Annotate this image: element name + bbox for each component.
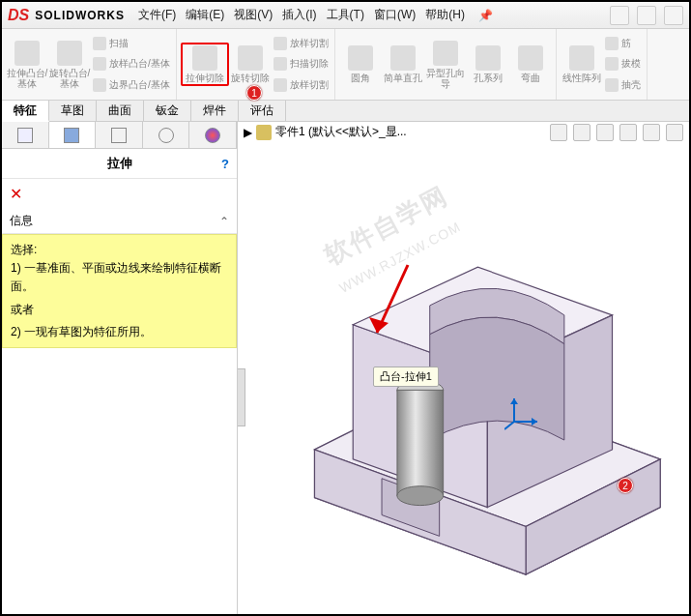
sweep-button[interactable]: 扫描	[93, 37, 170, 50]
rib-button[interactable]: 筋	[605, 37, 641, 50]
revolve-cut-button[interactable]: 旋转切除	[229, 45, 272, 83]
hole-series-button[interactable]: 孔系列	[467, 45, 509, 83]
simple-hole-button[interactable]: 简单直孔	[382, 45, 424, 83]
menu-tools[interactable]: 工具(T)	[327, 7, 364, 23]
cut-column: 放样切割 扫描切除 放样切割	[272, 31, 331, 98]
info-select-label: 选择:	[11, 241, 228, 259]
app-brand: SOLIDWORKS	[35, 9, 125, 22]
pm-cancel-button[interactable]: ✕	[2, 179, 237, 209]
menu-help[interactable]: 帮助(H)	[425, 7, 465, 23]
qat-save-icon[interactable]	[664, 6, 683, 25]
tab-surface[interactable]: 曲面	[97, 101, 144, 121]
tab-evaluate[interactable]: 评估	[239, 101, 286, 121]
property-manager: 拉伸 ? ✕ 信息 ⌃ 选择: 1) 一基准面、平面或边线来绘制特征横断面。 或…	[2, 122, 238, 614]
pm-tab-display[interactable]	[189, 122, 237, 148]
feature-tree-icon	[17, 128, 33, 143]
loft-cut2-icon	[274, 78, 287, 92]
menu-edit[interactable]: 编辑(E)	[186, 7, 224, 23]
menu-file[interactable]: 文件(F)	[138, 7, 176, 23]
ribbon-group-hole: 圆角 简单直孔 异型孔向导 孔系列 弯曲	[335, 29, 557, 100]
hole-series-icon	[475, 45, 501, 71]
loft-cut2-button[interactable]: 放样切割	[274, 78, 329, 92]
menu-insert[interactable]: 插入(I)	[282, 7, 316, 23]
tab-weldment[interactable]: 焊件	[191, 101, 239, 121]
annotation-marker-2: 2	[618, 478, 633, 493]
graphics-viewport[interactable]: ▶ 零件1 (默认<<默认>_显... 软件自学网 WWW.RJZXW.COM	[238, 122, 689, 614]
fillet-button[interactable]: 圆角	[339, 45, 382, 83]
hole-wizard-icon	[433, 41, 458, 66]
draft-button[interactable]: 拔模	[605, 57, 641, 71]
tab-feature[interactable]: 特征	[2, 101, 49, 122]
pm-section-label: 信息	[10, 213, 33, 229]
info-or: 或者	[11, 301, 228, 319]
svg-marker-17	[510, 398, 518, 404]
svg-rect-10	[397, 390, 444, 495]
extrude-cut-label: 拉伸切除	[186, 73, 224, 83]
extrude-boss-icon	[14, 41, 40, 66]
loft-cut-button[interactable]: 放样切割	[274, 37, 329, 50]
flex-icon	[518, 45, 543, 71]
pm-title: 拉伸	[107, 155, 132, 172]
info-line-2: 2) 一现有草图为特征所用。	[11, 323, 228, 341]
shell-icon	[605, 78, 619, 92]
rib-icon	[605, 37, 619, 50]
linear-pattern-icon	[569, 45, 594, 71]
feature-tooltip: 凸台-拉伸1	[373, 367, 439, 387]
extrude-cut-highlight: 拉伸切除	[181, 43, 229, 86]
svg-point-11	[397, 486, 444, 506]
linear-pattern-button[interactable]: 线性阵列	[561, 45, 603, 83]
chevron-up-icon: ⌃	[219, 215, 229, 228]
revolve-boss-label: 旋转凸台/基体	[48, 68, 91, 89]
ribbon: 拉伸凸台/基体 旋转凸台/基体 扫描 放样凸台/基体 边界凸台/基体 拉伸切除 …	[2, 29, 689, 101]
property-icon	[64, 128, 79, 143]
tab-sketch[interactable]: 草图	[49, 101, 97, 121]
origin-triad-icon	[504, 393, 543, 431]
ribbon-group-pattern: 线性阵列 筋 拔模 抽壳	[557, 29, 648, 100]
shell-button[interactable]: 抽壳	[605, 78, 641, 92]
pm-info-box: 选择: 1) 一基准面、平面或边线来绘制特征横断面。 或者 2) 一现有草图为特…	[2, 234, 237, 348]
dimxpert-icon	[158, 128, 174, 143]
annotation-marker-1: 1	[246, 85, 262, 101]
menu-bar: DS SOLIDWORKS 文件(F) 编辑(E) 视图(V) 插入(I) 工具…	[2, 2, 689, 29]
loft-boss-button[interactable]: 放样凸台/基体	[93, 57, 170, 71]
extrude-boss-label: 拉伸凸台/基体	[6, 68, 48, 89]
config-icon	[111, 128, 127, 143]
content-area: 拉伸 ? ✕ 信息 ⌃ 选择: 1) 一基准面、平面或边线来绘制特征横断面。 或…	[2, 122, 689, 614]
qat-open-icon[interactable]	[637, 6, 656, 25]
svg-marker-13	[369, 317, 389, 333]
ribbon-group-boss: 拉伸凸台/基体 旋转凸台/基体 扫描 放样凸台/基体 边界凸台/基体	[2, 29, 177, 100]
display-icon	[205, 128, 220, 143]
tab-sheetmetal[interactable]: 钣金	[144, 101, 191, 121]
sweep-cut-button[interactable]: 扫描切除	[274, 57, 329, 71]
fillet-icon	[348, 45, 373, 71]
pm-tab-config[interactable]	[96, 122, 143, 148]
pm-tabs	[2, 122, 237, 149]
feature-tabs: 特征 草图 曲面 钣金 焊件 评估	[2, 101, 689, 122]
sweep-cut-icon	[274, 57, 287, 71]
pm-help-icon[interactable]: ?	[221, 157, 229, 171]
qat-new-icon[interactable]	[610, 6, 629, 25]
revolve-cut-icon	[238, 45, 263, 71]
menu-window[interactable]: 窗口(W)	[374, 7, 416, 23]
pm-tab-feature[interactable]	[2, 122, 49, 148]
draft-icon	[605, 57, 619, 71]
pin-icon[interactable]: 📌	[478, 9, 493, 22]
svg-line-16	[504, 422, 514, 429]
loft-boss-icon	[93, 57, 106, 71]
pm-section-info[interactable]: 信息 ⌃	[2, 209, 237, 234]
flex-button[interactable]: 弯曲	[509, 45, 552, 83]
loft-cut-icon	[274, 37, 287, 50]
menu-view[interactable]: 视图(V)	[234, 7, 273, 23]
pm-tab-dim[interactable]	[143, 122, 190, 148]
extrude-cut-button[interactable]: 拉伸切除	[184, 45, 226, 83]
extrude-boss-button[interactable]: 拉伸凸台/基体	[6, 41, 48, 89]
pm-tab-property[interactable]	[49, 122, 97, 148]
quick-access-toolbar	[610, 6, 683, 25]
boundary-boss-button[interactable]: 边界凸台/基体	[93, 78, 170, 92]
revolve-boss-icon	[57, 41, 82, 66]
app-logo: DS	[8, 7, 29, 24]
extrude-cut-icon	[192, 45, 217, 71]
model-render	[238, 122, 689, 614]
hole-wizard-button[interactable]: 异型孔向导	[424, 41, 467, 89]
revolve-boss-button[interactable]: 旋转凸台/基体	[48, 41, 91, 89]
